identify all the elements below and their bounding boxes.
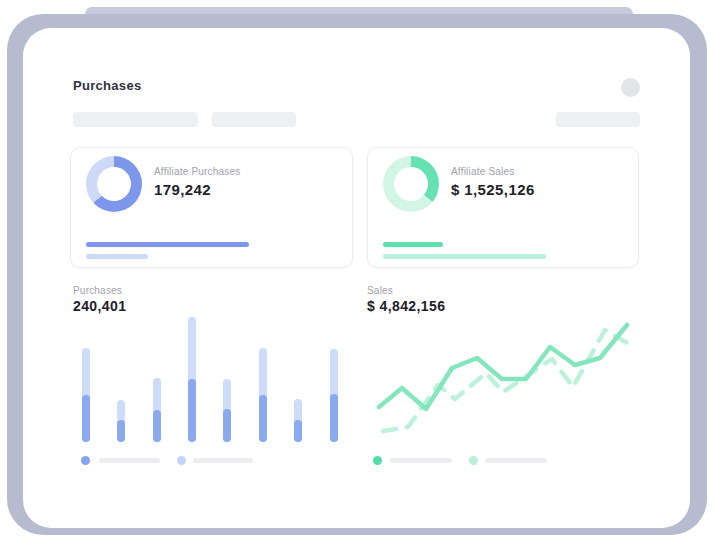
bar-filled: [82, 395, 90, 442]
stat-value: 179,242: [154, 181, 240, 198]
stat-label: Affiliate Sales: [451, 166, 535, 177]
bar-filled: [153, 410, 161, 442]
stat-card-affiliate-purchases: Affiliate Purchases 179,242: [70, 147, 353, 268]
progress-bar: [383, 242, 443, 247]
bar-filled: [117, 420, 125, 442]
purchases-chart-value: 240,401: [73, 298, 126, 314]
bar: [188, 317, 196, 442]
legend-label-placeholder: [99, 458, 160, 463]
bar-filled: [188, 379, 196, 442]
page-title: Purchases: [73, 78, 141, 93]
placeholder-bar: [556, 112, 640, 127]
progress-bar: [86, 254, 148, 259]
sales-chart-value: $ 4,842,156: [367, 298, 445, 314]
bar: [82, 348, 90, 442]
stat-label: Affiliate Purchases: [154, 166, 240, 177]
dashboard-screen: Purchases Affiliate Purchases 179,242 Af…: [0, 0, 714, 542]
donut-chart-purchases: [86, 156, 142, 212]
purchases-chart-label: Purchases: [73, 285, 122, 296]
bar: [330, 349, 338, 442]
bar: [223, 379, 231, 442]
legend-label-placeholder: [193, 458, 253, 463]
bar-filled: [223, 409, 231, 442]
legend-label-placeholder: [485, 458, 547, 463]
progress-bar: [383, 254, 546, 259]
bar: [117, 400, 125, 442]
bar: [259, 348, 267, 442]
bar: [153, 378, 161, 442]
legend-label-placeholder: [390, 458, 452, 463]
stat-card-affiliate-sales: Affiliate Sales $ 1,525,126: [367, 147, 639, 268]
donut-chart-sales: [383, 156, 439, 212]
bar-filled: [294, 420, 302, 442]
bar-filled: [259, 395, 267, 442]
placeholder-bar: [73, 112, 198, 127]
placeholder-bar: [212, 112, 296, 127]
legend-dot: [177, 456, 186, 465]
sales-chart-label: Sales: [367, 285, 393, 296]
dashboard-card: Purchases Affiliate Purchases 179,242 Af…: [23, 28, 690, 528]
avatar[interactable]: [621, 78, 640, 97]
legend-dot: [373, 456, 382, 465]
purchases-bar-chart: [78, 317, 344, 442]
progress-bar: [86, 242, 249, 247]
bar-filled: [330, 394, 338, 442]
stat-value: $ 1,525,126: [451, 181, 535, 198]
bar: [294, 399, 302, 442]
legend-dot: [469, 456, 478, 465]
legend-dot: [81, 456, 90, 465]
